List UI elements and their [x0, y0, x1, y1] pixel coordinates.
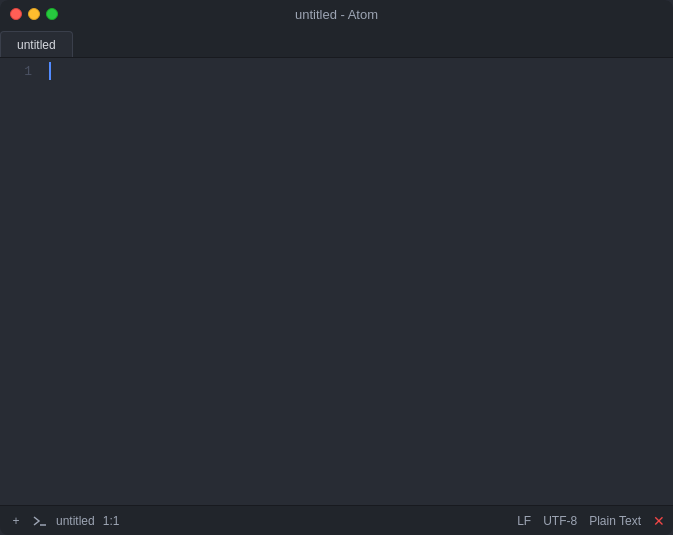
minimize-button[interactable] — [28, 8, 40, 20]
terminal-icon — [32, 513, 48, 529]
status-grammar[interactable]: Plain Text — [589, 514, 641, 528]
maximize-button[interactable] — [46, 8, 58, 20]
title-bar: untitled - Atom — [0, 0, 673, 28]
add-panel-button[interactable]: + — [8, 513, 24, 529]
close-button[interactable] — [10, 8, 22, 20]
terminal-button[interactable] — [32, 513, 48, 529]
status-encoding[interactable]: UTF-8 — [543, 514, 577, 528]
line-number: 1 — [0, 62, 32, 83]
status-line-ending[interactable]: LF — [517, 514, 531, 528]
line-gutter: 1 — [0, 58, 40, 505]
status-position: 1:1 — [103, 514, 120, 528]
add-icon: + — [8, 513, 24, 529]
error-icon[interactable]: ✕ — [653, 513, 665, 529]
traffic-lights — [10, 8, 58, 20]
tab-label: untitled — [17, 38, 56, 52]
text-cursor — [49, 62, 51, 80]
status-bar-left: + untitled 1:1 — [8, 513, 119, 529]
status-filename: untitled — [56, 514, 95, 528]
editor-line-1 — [48, 62, 673, 84]
editor-content[interactable] — [40, 58, 673, 505]
tab-bar: untitled — [0, 28, 673, 58]
tab-untitled[interactable]: untitled — [0, 31, 73, 57]
status-bar: + untitled 1:1 LF UTF-8 Plain Text ✕ — [0, 505, 673, 535]
editor-area[interactable]: 1 — [0, 58, 673, 505]
status-bar-right: LF UTF-8 Plain Text ✕ — [517, 513, 665, 529]
window-title: untitled - Atom — [295, 7, 378, 22]
